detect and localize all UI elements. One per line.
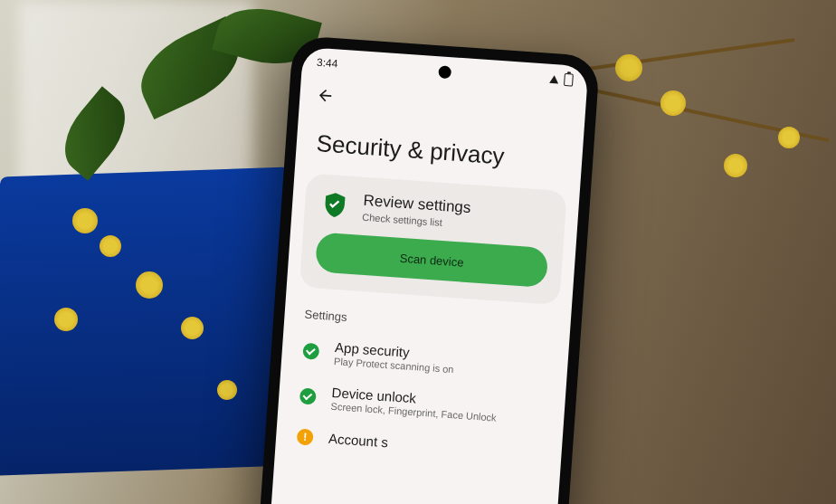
back-button[interactable] bbox=[312, 82, 339, 109]
branch bbox=[562, 38, 795, 74]
shield-check-icon bbox=[318, 188, 351, 221]
row-text: Account s bbox=[328, 431, 543, 461]
status-time: 3:44 bbox=[317, 56, 338, 71]
flower bbox=[217, 380, 237, 400]
bg-planter bbox=[0, 166, 290, 475]
card-text: Review settings Check settings list bbox=[362, 192, 471, 230]
status-warn-icon bbox=[296, 427, 315, 446]
review-settings-card: Review settings Check settings list Scan… bbox=[299, 173, 567, 305]
flower bbox=[136, 271, 163, 299]
flower bbox=[54, 308, 78, 331]
arrow-left-icon bbox=[316, 86, 335, 105]
card-header: Review settings Check settings list bbox=[318, 188, 552, 235]
flower bbox=[72, 208, 98, 233]
status-icons bbox=[549, 72, 574, 87]
scan-device-button[interactable]: Scan device bbox=[315, 232, 548, 288]
phone-screen: 3:44 Security & privacy bbox=[262, 47, 589, 504]
signal-icon bbox=[549, 74, 559, 83]
status-ok-icon bbox=[301, 342, 320, 361]
phone-frame: 3:44 Security & privacy bbox=[251, 35, 601, 504]
flower bbox=[181, 317, 204, 339]
flower bbox=[660, 90, 686, 116]
flower bbox=[724, 154, 747, 177]
status-ok-icon bbox=[299, 386, 318, 405]
photo-scene: 3:44 Security & privacy bbox=[0, 0, 836, 504]
row-text: Device unlock Screen lock, Fingerprint, … bbox=[330, 385, 546, 426]
row-title: Account s bbox=[328, 431, 543, 461]
flower bbox=[100, 235, 121, 257]
battery-icon bbox=[564, 73, 574, 87]
flower bbox=[778, 127, 800, 148]
row-text: App security Play Protect scanning is on bbox=[334, 339, 549, 381]
flower bbox=[615, 54, 642, 81]
